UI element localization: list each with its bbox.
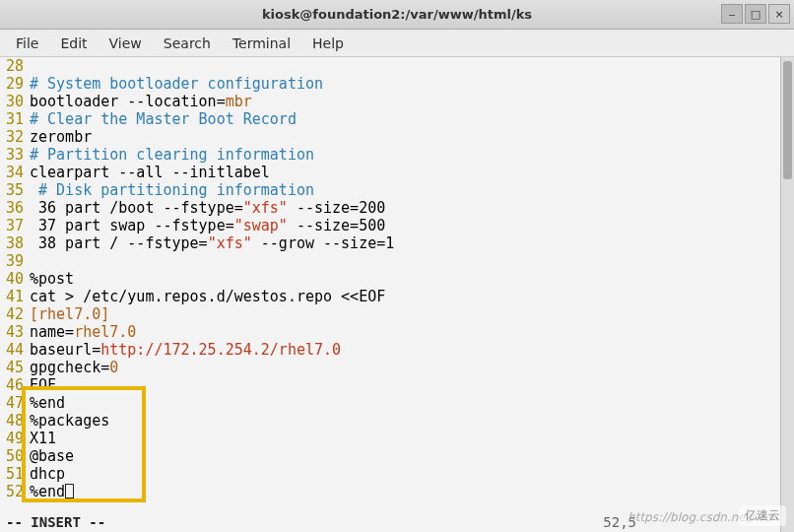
site-logo: 亿速云 xyxy=(739,505,786,526)
code-content: dhcp xyxy=(30,465,794,483)
code-content: 38 part / --fstype="xfs" --grow --size=1 xyxy=(30,234,794,252)
code-line: 50@base xyxy=(0,447,794,465)
close-button[interactable]: × xyxy=(768,4,790,24)
menu-help[interactable]: Help xyxy=(304,32,352,55)
line-number: 47 xyxy=(0,394,30,412)
code-content: X11 xyxy=(30,430,794,447)
code-content: @base xyxy=(30,447,794,465)
code-content: clearpart --all --initlabel xyxy=(30,164,794,181)
code-line: 34clearpart --all --initlabel xyxy=(0,164,794,181)
line-number: 29 xyxy=(0,75,30,93)
menu-terminal[interactable]: Terminal xyxy=(225,32,298,55)
line-number: 40 xyxy=(0,270,30,288)
code-content: # Clear the Master Boot Record xyxy=(30,110,794,128)
line-number: 49 xyxy=(0,430,30,447)
code-line: 39 xyxy=(0,252,794,270)
text-cursor xyxy=(65,484,74,499)
code-content: # System bootloader configuration xyxy=(30,75,794,93)
window-controls: ‒ □ × xyxy=(721,4,790,24)
code-content: [rhel7.0] xyxy=(30,305,794,323)
code-content: 37 part swap --fstype="swap" --size=500 xyxy=(30,217,794,234)
code-content: %post xyxy=(30,270,794,288)
terminal-editor[interactable]: 2829# System bootloader configuration30b… xyxy=(0,57,794,532)
code-line: 48%packages xyxy=(0,412,794,430)
code-line: 28 xyxy=(0,57,794,75)
code-line: 37 37 part swap --fstype="swap" --size=5… xyxy=(0,217,794,234)
line-number: 38 xyxy=(0,234,30,252)
code-line: 47%end xyxy=(0,394,794,412)
code-content xyxy=(30,57,794,75)
code-content: bootloader --location=mbr xyxy=(30,93,794,110)
line-number: 28 xyxy=(0,57,30,75)
code-line: 32zerombr xyxy=(0,128,794,146)
window-title: kiosk@foundation2:/var/www/html/ks xyxy=(262,7,532,22)
line-number: 35 xyxy=(0,181,30,199)
code-content xyxy=(30,252,794,270)
code-content: # Disk partitioning information xyxy=(30,181,794,199)
line-number: 45 xyxy=(0,359,30,376)
line-number: 51 xyxy=(0,465,30,483)
line-number: 43 xyxy=(0,323,30,341)
menu-file[interactable]: File xyxy=(8,32,46,55)
line-number: 52 xyxy=(0,483,30,500)
code-content: name=rhel7.0 xyxy=(30,323,794,341)
code-content: %end xyxy=(30,394,794,412)
code-content: baseurl=http://172.25.254.2/rhel7.0 xyxy=(30,341,794,359)
scrollbar-vertical[interactable] xyxy=(780,57,794,532)
line-number: 30 xyxy=(0,93,30,110)
menu-search[interactable]: Search xyxy=(156,32,219,55)
code-line: 31# Clear the Master Boot Record xyxy=(0,110,794,128)
code-line: 43name=rhel7.0 xyxy=(0,323,794,341)
line-number: 44 xyxy=(0,341,30,359)
code-line: 52%end xyxy=(0,483,794,500)
code-content: # Partition clearing information xyxy=(30,146,794,164)
line-number: 50 xyxy=(0,447,30,465)
line-number: 46 xyxy=(0,376,30,394)
code-line: 41cat > /etc/yum.repos.d/westos.repo <<E… xyxy=(0,288,794,305)
vim-mode-indicator: -- INSERT -- xyxy=(6,513,105,531)
code-line: 38 38 part / --fstype="xfs" --grow --siz… xyxy=(0,234,794,252)
menubar: File Edit View Search Terminal Help xyxy=(0,30,794,57)
code-line: 36 36 part /boot --fstype="xfs" --size=2… xyxy=(0,199,794,217)
code-line: 35 # Disk partitioning information xyxy=(0,181,794,199)
line-number: 33 xyxy=(0,146,30,164)
code-content: %end xyxy=(30,483,794,500)
menu-view[interactable]: View xyxy=(101,32,150,55)
code-line: 51dhcp xyxy=(0,465,794,483)
line-number: 34 xyxy=(0,164,30,181)
line-number: 37 xyxy=(0,217,30,234)
code-content: zerombr xyxy=(30,128,794,146)
menu-edit[interactable]: Edit xyxy=(52,32,95,55)
window-titlebar: kiosk@foundation2:/var/www/html/ks ‒ □ × xyxy=(0,0,794,30)
line-number: 48 xyxy=(0,412,30,430)
code-line: 46EOF xyxy=(0,376,794,394)
code-line: 30bootloader --location=mbr xyxy=(0,93,794,110)
code-line: 33# Partition clearing information xyxy=(0,146,794,164)
scrollbar-thumb[interactable] xyxy=(783,61,792,179)
code-line: 44baseurl=http://172.25.254.2/rhel7.0 xyxy=(0,341,794,359)
minimize-button[interactable]: ‒ xyxy=(721,4,743,24)
code-content: %packages xyxy=(30,412,794,430)
line-number: 31 xyxy=(0,110,30,128)
code-line: 45gpgcheck=0 xyxy=(0,359,794,376)
code-line: 49X11 xyxy=(0,430,794,447)
line-number: 39 xyxy=(0,252,30,270)
code-line: 40%post xyxy=(0,270,794,288)
code-content: EOF xyxy=(30,376,794,394)
line-number: 42 xyxy=(0,305,30,323)
line-number: 36 xyxy=(0,199,30,217)
code-content: gpgcheck=0 xyxy=(30,359,794,376)
code-line: 29# System bootloader configuration xyxy=(0,75,794,93)
maximize-button[interactable]: □ xyxy=(745,4,766,24)
line-number: 41 xyxy=(0,288,30,305)
code-content: 36 part /boot --fstype="xfs" --size=200 xyxy=(30,199,794,217)
code-content: cat > /etc/yum.repos.d/westos.repo <<EOF xyxy=(30,288,794,305)
code-line: 42[rhel7.0] xyxy=(0,305,794,323)
line-number: 32 xyxy=(0,128,30,146)
